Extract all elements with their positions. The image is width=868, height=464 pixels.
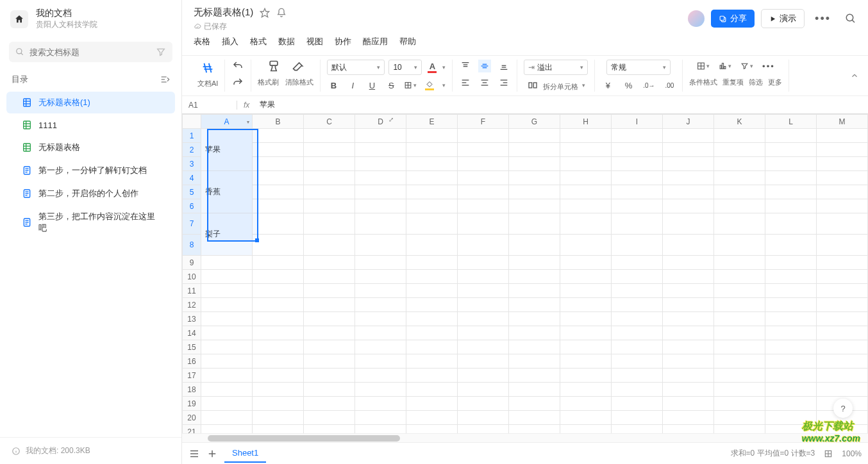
insert-chart-icon[interactable]: ▾ xyxy=(719,60,731,72)
cell[interactable] xyxy=(765,143,817,157)
cell[interactable] xyxy=(509,340,560,354)
cell[interactable] xyxy=(560,383,612,397)
cell[interactable] xyxy=(765,185,817,199)
cell[interactable] xyxy=(253,369,304,383)
cell[interactable] xyxy=(817,256,868,270)
cell[interactable] xyxy=(304,129,355,143)
cell[interactable] xyxy=(765,369,817,383)
cell[interactable] xyxy=(765,383,817,397)
row-header[interactable]: 4 xyxy=(183,171,201,185)
cell[interactable] xyxy=(714,340,765,354)
column-header[interactable]: I xyxy=(612,115,663,129)
column-header[interactable]: H xyxy=(560,115,612,129)
cell[interactable] xyxy=(560,340,612,354)
cell[interactable] xyxy=(765,425,817,434)
cell[interactable] xyxy=(663,326,714,340)
cell[interactable] xyxy=(355,397,406,411)
cell[interactable] xyxy=(765,199,817,213)
cell-reference[interactable]: A1 xyxy=(182,101,237,110)
share-button[interactable]: 分享 xyxy=(711,10,755,28)
cell[interactable] xyxy=(253,185,304,199)
row-header[interactable]: 6 xyxy=(183,199,201,213)
cell[interactable] xyxy=(201,256,253,270)
cell[interactable] xyxy=(817,171,868,185)
cell[interactable] xyxy=(201,411,253,425)
cell[interactable] xyxy=(765,235,817,256)
sidebar-item[interactable]: 无标题表格 xyxy=(6,137,175,158)
cell[interactable] xyxy=(560,411,612,425)
cell[interactable] xyxy=(253,383,304,397)
cell[interactable] xyxy=(304,298,355,312)
cell[interactable] xyxy=(509,143,560,157)
cell[interactable] xyxy=(663,256,714,270)
cell[interactable] xyxy=(612,326,663,340)
cell[interactable] xyxy=(355,425,406,434)
cell[interactable] xyxy=(253,411,304,425)
cell[interactable] xyxy=(304,143,355,157)
cell[interactable] xyxy=(663,411,714,425)
cell[interactable] xyxy=(201,397,253,411)
cell[interactable] xyxy=(458,235,509,256)
cell[interactable] xyxy=(817,157,868,171)
currency-button[interactable]: ¥ xyxy=(601,79,614,92)
cell[interactable] xyxy=(458,326,509,340)
cell[interactable] xyxy=(458,369,509,383)
cell[interactable] xyxy=(458,199,509,213)
cell[interactable] xyxy=(612,213,663,235)
cell[interactable] xyxy=(406,235,458,256)
cell[interactable] xyxy=(509,354,560,369)
row-header[interactable]: 21 xyxy=(183,425,201,434)
cell[interactable] xyxy=(355,129,406,143)
cell[interactable] xyxy=(612,235,663,256)
cell[interactable] xyxy=(201,425,253,434)
cell[interactable] xyxy=(406,256,458,270)
cell[interactable] xyxy=(509,425,560,434)
cell[interactable] xyxy=(253,354,304,369)
italic-button[interactable]: I xyxy=(346,79,359,92)
cell[interactable] xyxy=(612,312,663,326)
cell[interactable] xyxy=(612,298,663,312)
column-header[interactable]: K xyxy=(714,115,765,129)
cell[interactable] xyxy=(765,411,817,425)
cell[interactable] xyxy=(509,383,560,397)
cell[interactable] xyxy=(765,397,817,411)
cell[interactable] xyxy=(253,157,304,171)
cell[interactable] xyxy=(458,157,509,171)
cell[interactable] xyxy=(560,143,612,157)
cell[interactable] xyxy=(663,185,714,199)
column-header[interactable]: G xyxy=(509,115,560,129)
font-size-select[interactable]: 10▾ xyxy=(388,60,422,75)
cell[interactable] xyxy=(765,298,817,312)
more-tools-icon[interactable]: ••• xyxy=(762,60,775,72)
cell[interactable] xyxy=(612,284,663,298)
search-icon[interactable] xyxy=(845,13,856,24)
cell[interactable] xyxy=(304,397,355,411)
row-header[interactable]: 10 xyxy=(183,270,201,284)
search-input[interactable] xyxy=(29,47,151,57)
cell[interactable] xyxy=(612,157,663,171)
cell[interactable] xyxy=(663,284,714,298)
cell[interactable] xyxy=(253,284,304,298)
cell[interactable] xyxy=(304,256,355,270)
row-header[interactable]: 16 xyxy=(183,354,201,369)
cell[interactable] xyxy=(304,171,355,185)
cell[interactable] xyxy=(560,199,612,213)
cell[interactable] xyxy=(406,199,458,213)
cell[interactable] xyxy=(406,213,458,235)
cell[interactable] xyxy=(714,129,765,143)
cell[interactable] xyxy=(355,411,406,425)
cell[interactable] xyxy=(458,284,509,298)
cell[interactable] xyxy=(817,284,868,298)
sidebar-item[interactable]: 第二步，开启你的个人创作 xyxy=(6,183,175,204)
cell[interactable] xyxy=(304,185,355,199)
cell[interactable] xyxy=(406,143,458,157)
cell[interactable] xyxy=(355,171,406,185)
cell[interactable] xyxy=(458,397,509,411)
cell[interactable] xyxy=(714,185,765,199)
row-header[interactable]: 13 xyxy=(183,312,201,326)
row-header[interactable]: 19 xyxy=(183,397,201,411)
increase-decimal-button[interactable]: .00 xyxy=(663,79,676,92)
more-menu-icon[interactable]: ••• xyxy=(811,12,835,26)
cell[interactable] xyxy=(458,270,509,284)
cell[interactable] xyxy=(714,284,765,298)
